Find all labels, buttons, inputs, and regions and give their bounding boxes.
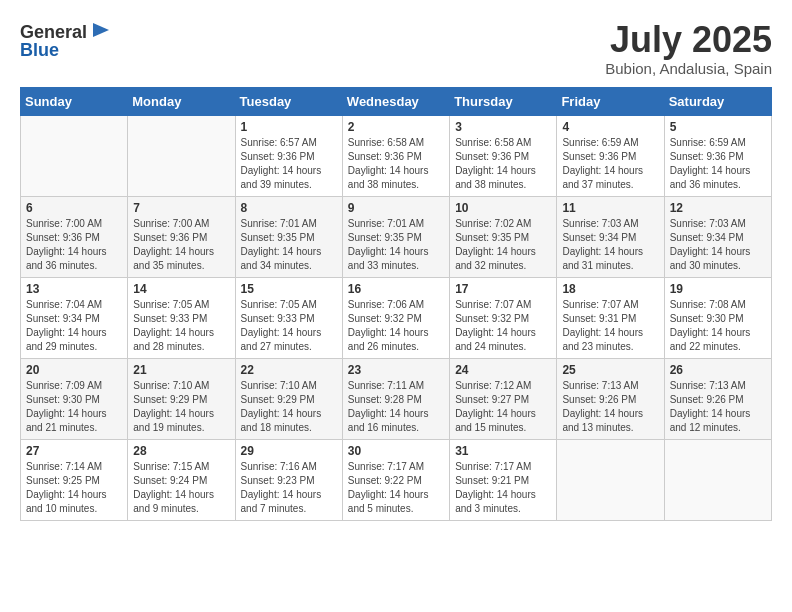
- cell-content: Sunrise: 7:09 AMSunset: 9:30 PMDaylight:…: [26, 379, 122, 435]
- day-number: 4: [562, 120, 658, 134]
- day-number: 31: [455, 444, 551, 458]
- header-cell-sunday: Sunday: [21, 87, 128, 115]
- logo-flag-icon: [89, 20, 113, 44]
- day-number: 22: [241, 363, 337, 377]
- day-number: 24: [455, 363, 551, 377]
- day-number: 17: [455, 282, 551, 296]
- cell-content: Sunrise: 6:58 AMSunset: 9:36 PMDaylight:…: [455, 136, 551, 192]
- calendar-cell: 29Sunrise: 7:16 AMSunset: 9:23 PMDayligh…: [235, 439, 342, 520]
- header-cell-tuesday: Tuesday: [235, 87, 342, 115]
- cell-content: Sunrise: 7:15 AMSunset: 9:24 PMDaylight:…: [133, 460, 229, 516]
- day-number: 10: [455, 201, 551, 215]
- day-number: 14: [133, 282, 229, 296]
- month-year-title: July 2025: [605, 20, 772, 60]
- cell-content: Sunrise: 7:10 AMSunset: 9:29 PMDaylight:…: [133, 379, 229, 435]
- week-row-5: 27Sunrise: 7:14 AMSunset: 9:25 PMDayligh…: [21, 439, 772, 520]
- cell-content: Sunrise: 7:06 AMSunset: 9:32 PMDaylight:…: [348, 298, 444, 354]
- calendar-cell: 27Sunrise: 7:14 AMSunset: 9:25 PMDayligh…: [21, 439, 128, 520]
- day-number: 15: [241, 282, 337, 296]
- cell-content: Sunrise: 7:07 AMSunset: 9:32 PMDaylight:…: [455, 298, 551, 354]
- header-cell-wednesday: Wednesday: [342, 87, 449, 115]
- day-number: 20: [26, 363, 122, 377]
- day-number: 6: [26, 201, 122, 215]
- cell-content: Sunrise: 7:10 AMSunset: 9:29 PMDaylight:…: [241, 379, 337, 435]
- day-number: 29: [241, 444, 337, 458]
- location-subtitle: Bubion, Andalusia, Spain: [605, 60, 772, 77]
- calendar-cell: 31Sunrise: 7:17 AMSunset: 9:21 PMDayligh…: [450, 439, 557, 520]
- cell-content: Sunrise: 7:13 AMSunset: 9:26 PMDaylight:…: [562, 379, 658, 435]
- day-number: 28: [133, 444, 229, 458]
- cell-content: Sunrise: 7:12 AMSunset: 9:27 PMDaylight:…: [455, 379, 551, 435]
- cell-content: Sunrise: 6:59 AMSunset: 9:36 PMDaylight:…: [670, 136, 766, 192]
- cell-content: Sunrise: 7:17 AMSunset: 9:22 PMDaylight:…: [348, 460, 444, 516]
- svg-marker-0: [93, 23, 109, 37]
- day-number: 23: [348, 363, 444, 377]
- day-number: 3: [455, 120, 551, 134]
- cell-content: Sunrise: 7:16 AMSunset: 9:23 PMDaylight:…: [241, 460, 337, 516]
- cell-content: Sunrise: 7:01 AMSunset: 9:35 PMDaylight:…: [348, 217, 444, 273]
- cell-content: Sunrise: 6:59 AMSunset: 9:36 PMDaylight:…: [562, 136, 658, 192]
- day-number: 13: [26, 282, 122, 296]
- calendar-cell: 26Sunrise: 7:13 AMSunset: 9:26 PMDayligh…: [664, 358, 771, 439]
- calendar-cell: 3Sunrise: 6:58 AMSunset: 9:36 PMDaylight…: [450, 115, 557, 196]
- week-row-1: 1Sunrise: 6:57 AMSunset: 9:36 PMDaylight…: [21, 115, 772, 196]
- calendar-cell: [128, 115, 235, 196]
- calendar-cell: 28Sunrise: 7:15 AMSunset: 9:24 PMDayligh…: [128, 439, 235, 520]
- calendar-cell: 16Sunrise: 7:06 AMSunset: 9:32 PMDayligh…: [342, 277, 449, 358]
- cell-content: Sunrise: 7:03 AMSunset: 9:34 PMDaylight:…: [562, 217, 658, 273]
- week-row-4: 20Sunrise: 7:09 AMSunset: 9:30 PMDayligh…: [21, 358, 772, 439]
- calendar-cell: 15Sunrise: 7:05 AMSunset: 9:33 PMDayligh…: [235, 277, 342, 358]
- week-row-2: 6Sunrise: 7:00 AMSunset: 9:36 PMDaylight…: [21, 196, 772, 277]
- calendar-table: SundayMondayTuesdayWednesdayThursdayFrid…: [20, 87, 772, 521]
- day-number: 18: [562, 282, 658, 296]
- calendar-cell: 21Sunrise: 7:10 AMSunset: 9:29 PMDayligh…: [128, 358, 235, 439]
- calendar-cell: 23Sunrise: 7:11 AMSunset: 9:28 PMDayligh…: [342, 358, 449, 439]
- calendar-cell: 12Sunrise: 7:03 AMSunset: 9:34 PMDayligh…: [664, 196, 771, 277]
- day-number: 5: [670, 120, 766, 134]
- day-number: 12: [670, 201, 766, 215]
- logo: General Blue: [20, 20, 113, 61]
- calendar-cell: 11Sunrise: 7:03 AMSunset: 9:34 PMDayligh…: [557, 196, 664, 277]
- calendar-cell: 14Sunrise: 7:05 AMSunset: 9:33 PMDayligh…: [128, 277, 235, 358]
- page-header: General Blue July 2025 Bubion, Andalusia…: [20, 20, 772, 77]
- calendar-cell: 1Sunrise: 6:57 AMSunset: 9:36 PMDaylight…: [235, 115, 342, 196]
- day-number: 8: [241, 201, 337, 215]
- calendar-cell: [557, 439, 664, 520]
- logo-blue: Blue: [20, 40, 59, 61]
- calendar-cell: 6Sunrise: 7:00 AMSunset: 9:36 PMDaylight…: [21, 196, 128, 277]
- cell-content: Sunrise: 7:17 AMSunset: 9:21 PMDaylight:…: [455, 460, 551, 516]
- day-number: 7: [133, 201, 229, 215]
- cell-content: Sunrise: 7:00 AMSunset: 9:36 PMDaylight:…: [26, 217, 122, 273]
- cell-content: Sunrise: 7:01 AMSunset: 9:35 PMDaylight:…: [241, 217, 337, 273]
- calendar-cell: 10Sunrise: 7:02 AMSunset: 9:35 PMDayligh…: [450, 196, 557, 277]
- calendar-cell: [664, 439, 771, 520]
- calendar-cell: 19Sunrise: 7:08 AMSunset: 9:30 PMDayligh…: [664, 277, 771, 358]
- header-cell-saturday: Saturday: [664, 87, 771, 115]
- cell-content: Sunrise: 7:05 AMSunset: 9:33 PMDaylight:…: [241, 298, 337, 354]
- calendar-cell: 20Sunrise: 7:09 AMSunset: 9:30 PMDayligh…: [21, 358, 128, 439]
- calendar-cell: 18Sunrise: 7:07 AMSunset: 9:31 PMDayligh…: [557, 277, 664, 358]
- day-number: 2: [348, 120, 444, 134]
- calendar-cell: 30Sunrise: 7:17 AMSunset: 9:22 PMDayligh…: [342, 439, 449, 520]
- day-number: 21: [133, 363, 229, 377]
- title-block: July 2025 Bubion, Andalusia, Spain: [605, 20, 772, 77]
- calendar-cell: 24Sunrise: 7:12 AMSunset: 9:27 PMDayligh…: [450, 358, 557, 439]
- cell-content: Sunrise: 6:57 AMSunset: 9:36 PMDaylight:…: [241, 136, 337, 192]
- calendar-cell: 8Sunrise: 7:01 AMSunset: 9:35 PMDaylight…: [235, 196, 342, 277]
- calendar-cell: 4Sunrise: 6:59 AMSunset: 9:36 PMDaylight…: [557, 115, 664, 196]
- cell-content: Sunrise: 7:13 AMSunset: 9:26 PMDaylight:…: [670, 379, 766, 435]
- calendar-cell: 25Sunrise: 7:13 AMSunset: 9:26 PMDayligh…: [557, 358, 664, 439]
- cell-content: Sunrise: 7:14 AMSunset: 9:25 PMDaylight:…: [26, 460, 122, 516]
- cell-content: Sunrise: 7:03 AMSunset: 9:34 PMDaylight:…: [670, 217, 766, 273]
- cell-content: Sunrise: 7:07 AMSunset: 9:31 PMDaylight:…: [562, 298, 658, 354]
- day-number: 25: [562, 363, 658, 377]
- cell-content: Sunrise: 7:05 AMSunset: 9:33 PMDaylight:…: [133, 298, 229, 354]
- day-number: 19: [670, 282, 766, 296]
- cell-content: Sunrise: 7:02 AMSunset: 9:35 PMDaylight:…: [455, 217, 551, 273]
- day-number: 30: [348, 444, 444, 458]
- cell-content: Sunrise: 7:11 AMSunset: 9:28 PMDaylight:…: [348, 379, 444, 435]
- day-number: 11: [562, 201, 658, 215]
- day-number: 27: [26, 444, 122, 458]
- cell-content: Sunrise: 7:04 AMSunset: 9:34 PMDaylight:…: [26, 298, 122, 354]
- week-row-3: 13Sunrise: 7:04 AMSunset: 9:34 PMDayligh…: [21, 277, 772, 358]
